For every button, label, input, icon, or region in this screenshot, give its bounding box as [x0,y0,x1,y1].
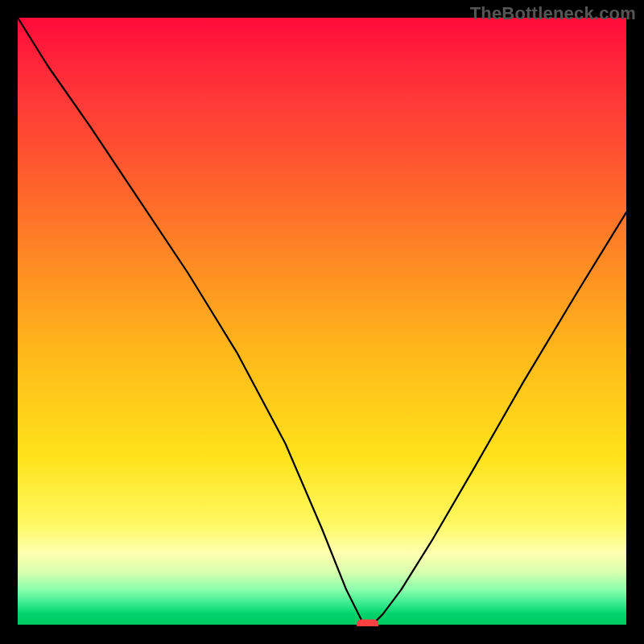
plot-area [18,18,626,626]
watermark-text: TheBottleneck.com [470,3,636,24]
chart-frame: TheBottleneck.com [0,0,644,644]
curve-svg [18,18,626,626]
optimal-point-marker [357,620,378,626]
bottleneck-curve [18,18,626,626]
